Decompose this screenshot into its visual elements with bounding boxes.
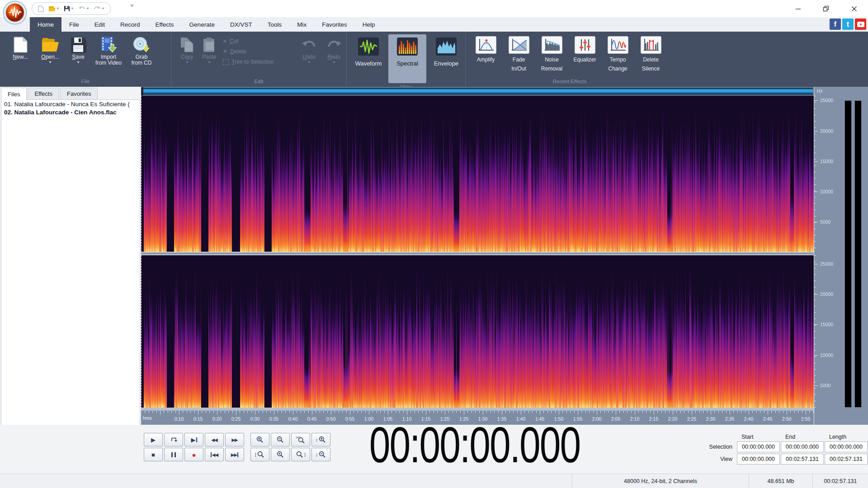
go-to-start-button[interactable]: ◀◀ <box>205 448 224 461</box>
restore-icon <box>823 5 829 12</box>
play-to-end-button[interactable]: ▶ <box>184 433 203 446</box>
save-icon <box>64 5 70 12</box>
zoom-to-selection-button[interactable] <box>271 448 290 461</box>
import-from-video-button[interactable]: Import from Video <box>91 34 126 66</box>
grab-label-2: from CD <box>132 60 152 66</box>
delete-label: Delete <box>230 48 246 55</box>
menu-tab-record[interactable]: Record <box>113 17 148 32</box>
overview-start-marker[interactable] <box>141 87 143 95</box>
file-list-item-active[interactable]: 02. Natalia Lafourcade - Cien Anos.flac <box>1 108 140 116</box>
quick-open-button[interactable] <box>47 4 61 14</box>
delete-silence-button[interactable]: Delete Silence <box>634 34 667 72</box>
amplify-icon <box>477 38 495 52</box>
view-end-value[interactable]: 00:02:57.131 <box>781 454 824 465</box>
menu-tab-favorites[interactable]: Favorites <box>314 17 355 32</box>
quick-undo-button[interactable] <box>77 4 90 14</box>
ribbon-group-file: New... Open... Save Import from Video <box>0 32 171 87</box>
tempo-change-button[interactable]: Tempo Change <box>601 34 634 72</box>
facebook-button[interactable]: f <box>830 19 841 30</box>
grab-from-cd-button[interactable]: Grab from CD <box>126 34 157 66</box>
menu-tab-tools[interactable]: Tools <box>260 17 290 32</box>
zoom-out-button[interactable] <box>271 433 290 446</box>
menu-tab-dxvst[interactable]: DX/VST <box>222 17 260 32</box>
dropdown-arrow-icon <box>186 61 189 63</box>
quick-save-button[interactable] <box>62 4 75 14</box>
open-button[interactable]: Open... <box>35 34 65 63</box>
overview-scrollbar[interactable] <box>142 88 813 94</box>
save-button[interactable]: Save <box>65 34 91 63</box>
quick-redo-button[interactable] <box>92 4 106 14</box>
stop-button[interactable]: ■ <box>144 448 163 461</box>
dropdown-arrow-icon[interactable] <box>57 8 59 9</box>
play-button[interactable]: ▶ <box>144 433 163 446</box>
spectral-view-button[interactable]: Spectral <box>388 34 426 83</box>
spectrogram-channel-1[interactable] <box>141 96 814 252</box>
envelope-view-button[interactable]: Envelope <box>427 34 465 66</box>
zoom-in-button[interactable] <box>250 433 269 446</box>
stop-icon: ■ <box>151 451 155 458</box>
menu-tab-file[interactable]: File <box>61 17 87 32</box>
quick-new-button[interactable] <box>37 4 45 14</box>
files-panel: Files Effects Favorites 01. Natalia Lafo… <box>0 87 141 474</box>
fast-forward-button[interactable]: ▶▶ <box>225 433 244 446</box>
dropdown-arrow-icon[interactable] <box>77 61 80 63</box>
dropdown-arrow-icon[interactable] <box>86 8 89 9</box>
selection-length-value[interactable]: 00:00:00.000 <box>825 441 868 452</box>
menu-tab-generate[interactable]: Generate <box>182 17 222 32</box>
maximize-button[interactable] <box>812 0 840 17</box>
paste-icon <box>203 37 216 53</box>
view-start-value[interactable]: 00:00:00.000 <box>737 454 780 465</box>
tempo-change-icon <box>609 38 627 52</box>
rewind-button[interactable]: ◀◀ <box>205 433 224 446</box>
dropdown-arrow-icon[interactable] <box>71 8 74 9</box>
tab-favorites[interactable]: Favorites <box>60 88 98 99</box>
selection-end-value[interactable]: 00:00:00.000 <box>781 441 824 452</box>
tab-files[interactable]: Files <box>1 88 27 100</box>
copy-button: Copy <box>176 34 198 63</box>
copy-label: Copy <box>181 54 193 60</box>
menu-tab-help[interactable]: Help <box>355 17 383 32</box>
view-length-value[interactable]: 00:02:57.131 <box>825 454 868 465</box>
envelope-label: Envelope <box>434 61 458 66</box>
dropdown-arrow-icon[interactable] <box>102 8 104 9</box>
file-list-item[interactable]: 01. Natalia Lafourcade - Nunca Es Sufici… <box>1 100 140 108</box>
menu-tab-home[interactable]: Home <box>30 17 61 32</box>
channel-divider[interactable] <box>141 252 814 255</box>
amplify-button[interactable]: Amplify <box>469 34 502 63</box>
fade-in-out-button[interactable]: Fade In/Out <box>502 34 535 72</box>
record-button[interactable]: ● <box>184 448 203 461</box>
menu-tab-mix[interactable]: Mix <box>289 17 314 32</box>
status-bar: 48000 Hz, 24-bit, 2 Channels 48.651 Mb 0… <box>0 474 868 488</box>
close-button[interactable] <box>840 0 868 17</box>
minimize-button[interactable] <box>784 0 812 17</box>
spectrogram-channel-2[interactable] <box>141 255 814 408</box>
file-size-status: 48.651 Mb <box>749 474 812 488</box>
waveform-view-button[interactable]: Waveform <box>349 34 387 66</box>
tab-effects[interactable]: Effects <box>28 88 59 99</box>
pause-button[interactable] <box>164 448 183 461</box>
frequency-unit-label: Hz <box>817 88 823 94</box>
zoom-selection-start-button[interactable]: [ <box>250 448 269 461</box>
go-to-end-button[interactable]: ▶▶ <box>225 448 244 461</box>
loop-playback-button[interactable] <box>164 433 183 446</box>
app-logo[interactable] <box>3 0 27 25</box>
fade-icon <box>510 38 528 52</box>
dropdown-arrow-icon[interactable] <box>49 61 52 63</box>
loop-icon <box>170 437 177 442</box>
noise-removal-button[interactable]: Noise Removal <box>535 34 568 72</box>
cut-icon: × <box>223 38 227 44</box>
youtube-button[interactable] <box>855 19 866 30</box>
undo-icon <box>301 39 317 51</box>
selection-row-label: Selection <box>700 444 736 450</box>
fast-forward-icon: ▶▶ <box>231 437 237 442</box>
twitter-button[interactable]: t <box>842 19 854 30</box>
menu-tab-edit[interactable]: Edit <box>87 17 113 32</box>
title-bar <box>0 0 868 18</box>
new-button[interactable]: New... <box>5 34 35 60</box>
menu-tab-effects[interactable]: Effects <box>148 17 182 32</box>
customize-toolbar-button[interactable] <box>130 5 134 7</box>
frequency-scale-channel-1: 250002000015000100005000 <box>814 96 842 252</box>
cut-button: × Cut <box>223 38 293 44</box>
selection-start-value[interactable]: 00:00:00.000 <box>737 441 780 452</box>
equalizer-button[interactable]: Equalizer <box>568 34 601 63</box>
